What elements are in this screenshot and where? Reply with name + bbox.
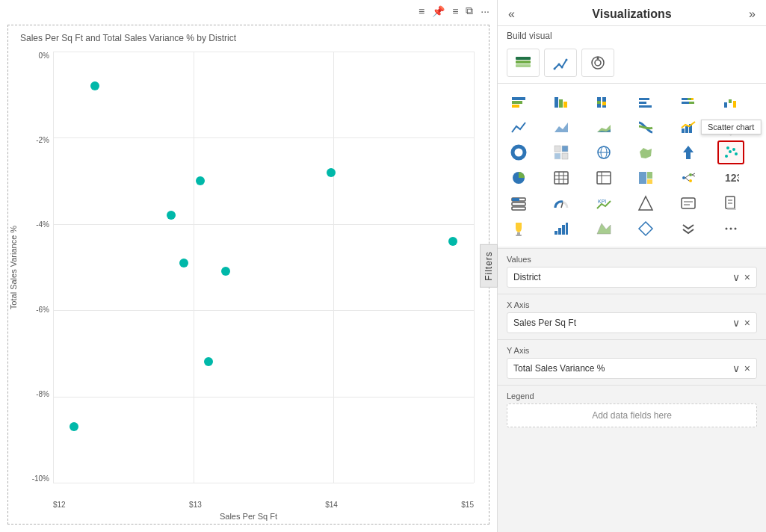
data-dot-8[interactable] (327, 168, 336, 177)
viz-stacked-bar-h[interactable] (675, 90, 702, 114)
viz-scatter-chart[interactable]: Scatter chart (717, 140, 744, 164)
svg-rect-20 (639, 98, 649, 100)
svg-rect-23 (682, 98, 688, 100)
viz-text[interactable]: 123 (717, 166, 744, 190)
x-axis-section: X Axis Sales Per Sq Ft ∨ × (498, 296, 766, 338)
viz-table[interactable] (548, 166, 575, 190)
svg-point-6 (554, 68, 556, 70)
viz-donut[interactable] (505, 140, 532, 164)
viz-bar-chart[interactable] (632, 90, 659, 114)
panel-header: « Visualizations » (498, 0, 766, 26)
move-icon[interactable]: ≡ (418, 5, 424, 17)
viz-stacked-area[interactable] (590, 115, 617, 139)
svg-rect-87 (517, 232, 520, 235)
filter-icon[interactable]: ≡ (452, 5, 458, 17)
viz-slicer[interactable] (505, 191, 532, 215)
filters-tab[interactable]: Filters (480, 244, 498, 288)
viz-clustered-bar[interactable] (548, 90, 575, 114)
viz-line[interactable] (505, 115, 532, 139)
panel-expand-right[interactable]: » (749, 7, 756, 21)
x-axis-label: X Axis (507, 300, 757, 309)
viz-arrow-map[interactable] (675, 140, 702, 164)
svg-rect-2 (516, 64, 531, 67)
y-axis-expand-icon[interactable]: ∨ (732, 362, 740, 374)
y-axis-section: Y Axis Total Sales Variance % ∨ × (498, 341, 766, 383)
svg-rect-41 (555, 153, 560, 159)
values-expand-icon[interactable]: ∨ (732, 271, 740, 283)
svg-rect-62 (639, 172, 646, 184)
x-label-12: $12 (53, 501, 66, 509)
svg-rect-75 (512, 202, 525, 205)
svg-rect-14 (559, 99, 563, 108)
svg-point-8 (595, 60, 601, 66)
viz-pie[interactable] (505, 166, 532, 190)
viz-tab-format[interactable] (544, 49, 577, 77)
svg-rect-1 (516, 61, 531, 64)
values-field-pill[interactable]: District ∨ × (507, 267, 757, 288)
viz-stacked-bar[interactable] (505, 90, 532, 114)
svg-rect-84 (727, 208, 736, 210)
viz-funnel[interactable] (717, 115, 744, 139)
viz-shape[interactable] (632, 191, 659, 215)
viz-chevron[interactable] (675, 217, 702, 241)
viz-trophy[interactable] (505, 217, 532, 241)
legend-empty-field[interactable]: Add data fields here (507, 403, 757, 427)
viz-area[interactable] (548, 115, 575, 139)
x-axis-expand-icon[interactable]: ∨ (732, 317, 740, 329)
svg-rect-25 (691, 98, 694, 100)
viz-combo[interactable] (675, 115, 702, 139)
x-axis-title: Sales Per Sq Ft (8, 512, 489, 521)
svg-rect-17 (597, 101, 601, 104)
focus-icon[interactable]: ⧉ (466, 4, 473, 17)
data-dot-1[interactable] (90, 81, 99, 90)
viz-globe[interactable] (590, 140, 617, 164)
viz-decomp-tree[interactable] (675, 166, 702, 190)
viz-tree-map[interactable] (632, 166, 659, 190)
svg-rect-26 (682, 102, 689, 104)
viz-more[interactable] (717, 217, 744, 241)
data-dot-2[interactable] (167, 211, 176, 220)
values-remove-icon[interactable]: × (744, 271, 750, 283)
svg-point-68 (689, 173, 692, 176)
data-dot-7[interactable] (70, 422, 78, 431)
svg-rect-90 (558, 228, 561, 235)
viz-smartnarrative[interactable] (675, 191, 702, 215)
y-label-3: -6% (36, 306, 49, 314)
x-axis-remove-icon[interactable]: × (744, 317, 750, 329)
x-axis-field-pill[interactable]: Sales Per Sq Ft ∨ × (507, 312, 757, 333)
data-dot-4[interactable] (179, 259, 188, 267)
svg-rect-30 (733, 101, 736, 108)
viz-matrix2[interactable] (590, 166, 617, 190)
viz-gauge[interactable] (548, 191, 575, 215)
viz-filled-map[interactable] (632, 140, 659, 164)
svg-point-9 (597, 58, 599, 60)
visualizations-panel: « Visualizations » Build visual (497, 0, 766, 532)
svg-point-5 (566, 59, 568, 61)
panel-collapse-left[interactable]: « (508, 7, 515, 21)
svg-point-3 (558, 64, 560, 66)
viz-waterfall[interactable] (717, 90, 744, 114)
viz-diamond[interactable] (632, 217, 659, 241)
viz-bar-chart2[interactable] (548, 217, 575, 241)
legend-section: Legend Add data fields here (498, 387, 766, 432)
svg-rect-29 (729, 99, 732, 103)
data-dot-6[interactable] (204, 357, 213, 366)
viz-ribbon[interactable] (632, 115, 659, 139)
data-dot-9[interactable] (448, 237, 457, 246)
y-axis-remove-icon[interactable]: × (744, 362, 750, 374)
data-dot-3[interactable] (196, 176, 205, 185)
viz-paginated[interactable] (717, 191, 744, 215)
more-icon[interactable]: ··· (481, 5, 489, 17)
data-dot-5[interactable] (221, 267, 230, 276)
svg-point-65 (682, 176, 685, 179)
panel-title: Visualizations (592, 7, 671, 21)
viz-map-chart[interactable] (590, 217, 617, 241)
viz-tab-fields[interactable] (507, 49, 540, 77)
chart-title: Sales Per Sq Ft and Total Sales Variance… (20, 33, 236, 43)
viz-kpi[interactable]: KPI (590, 191, 617, 215)
viz-100-stacked[interactable] (590, 90, 617, 114)
viz-matrix[interactable] (548, 140, 575, 164)
pin-icon[interactable]: 📌 (432, 5, 445, 17)
y-axis-field-pill[interactable]: Total Sales Variance % ∨ × (507, 358, 757, 379)
viz-tab-analytics[interactable] (581, 49, 614, 77)
